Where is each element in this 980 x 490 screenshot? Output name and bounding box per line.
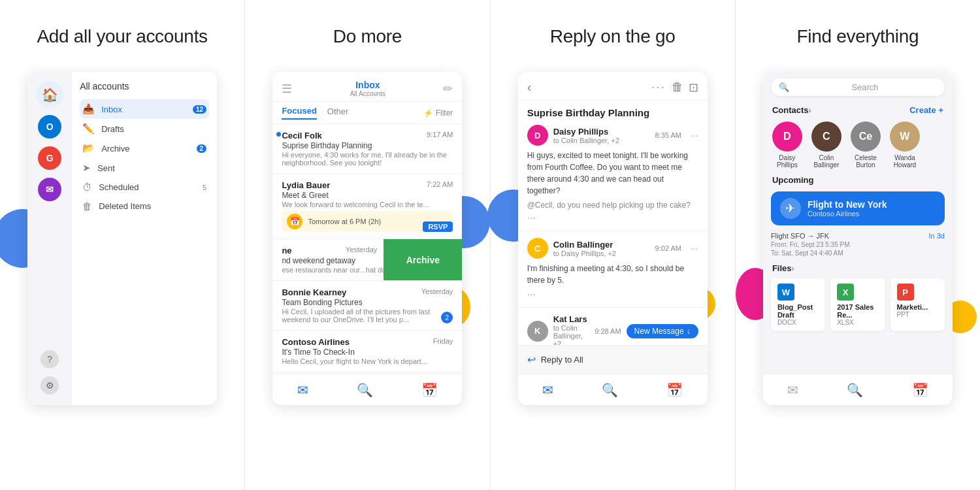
email-header: ☰ Inbox All Accounts ✏ [272,72,462,102]
rsvp-button[interactable]: RSVP [423,221,453,232]
sent-icon: ➤ [82,162,91,174]
files-label: Files [772,263,792,273]
unread-dot [276,132,281,137]
file-icon-0: W [777,284,794,301]
nav-label-archive: Archive [101,144,129,154]
nav-item-deleted[interactable]: 🗑 Deleted Items [80,197,209,216]
event-row: 📅 Tomorrow at 6 PM (2h) RSVP [282,211,453,232]
page-wrapper: Add all your accounts 🏠 O G ✉ ? ⚙ [0,0,980,490]
reply-bar[interactable]: ↩ Reply to All [518,345,708,374]
scheduled-icon: ⏱ [82,182,92,193]
nav-item-sent[interactable]: ➤ Sent [80,158,209,178]
files-chevron[interactable]: › [792,264,794,273]
search-nav-icon[interactable]: 🔍 [357,382,373,398]
nav-item-scheduled[interactable]: ⏱ Scheduled 5 [80,178,209,197]
file-card-2[interactable]: P Marketi... PPT [890,278,945,331]
archive-icon: 📂 [82,142,95,154]
flight-to: To: Sat, Sept 24 4:40 AM [763,250,953,261]
archive-badge: 2 [197,144,207,153]
sender-info-0: Daisy Phillips to Colin Ballinger, +2 [553,127,650,144]
sender-info-1: Colin Ballinger to Daisy Phillips, +2 [553,240,650,257]
back-icon[interactable]: ‹ [527,80,532,95]
section-title-1: Add all your accounts [37,26,207,47]
avatar-celeste-s4: Ce [851,122,881,152]
msg-time-1: 9:02 AM [655,244,681,252]
inbox-icon: 📥 [82,103,95,115]
section-title-2: Do more [333,26,402,47]
file-type-1: XLSX [837,319,878,326]
account-outlook[interactable]: O [38,115,61,139]
event-dot: 📅 [287,214,302,229]
mail-nav-icon[interactable]: ✉ [297,382,308,398]
sender-to-2: to Colin Ballinger, +2 [553,324,590,348]
search-bar[interactable]: 🔍 Search [771,78,945,96]
message-item-0: D Daisy Phillips to Colin Ballinger, +2 … [518,118,708,231]
email-subject-4: It's Time To Check-In [282,348,453,357]
account-google[interactable]: G [38,146,61,170]
create-button[interactable]: Create + [909,105,943,115]
more-icon[interactable]: ··· [651,82,666,93]
tab-other[interactable]: Other [327,106,349,119]
contact-1[interactable]: C ColinBallinger [811,122,841,169]
contacts-chevron[interactable]: › [809,106,811,115]
file-card-1[interactable]: X 2017 Sales Re... XLSX [830,278,885,331]
phone-mockup-1: 🏠 O G ✉ ? ⚙ All accounts 📥 Inbox [27,72,217,405]
email-item-2[interactable]: ne nd weekend getaway ese restaurants ne… [272,239,462,281]
ellipsis-0: ··· [527,212,698,224]
avatar-colin: C [527,238,548,259]
tab-focused[interactable]: Focused [282,106,316,120]
email-item-4[interactable]: Contoso Airlines It's Time To Check-In H… [272,331,462,372]
msg-body-0: Hi guys, excited to meet tonight. I'll b… [527,150,698,197]
sidebar-bottom-icons: ? ⚙ [27,350,72,395]
archive-header-icon[interactable]: ⊡ [689,80,698,95]
contact-name-3: WandaHoward [894,154,916,169]
contact-0[interactable]: D DaisyPhillips [772,122,802,169]
s4-cal-icon[interactable]: 📅 [912,382,928,398]
filter-button[interactable]: ⚡Filter [423,108,453,118]
archive-overlay[interactable]: Archive [384,239,462,280]
nav-item-inbox[interactable]: 📥 Inbox 12 [80,99,209,119]
sender-to-0: to Colin Ballinger, +2 [553,137,650,144]
nav-label-scheduled: Scheduled [99,182,139,192]
email-item-0[interactable]: Cecil Folk Suprise Birthday Planning Hi … [272,124,462,174]
settings-icon[interactable]: ⚙ [41,376,59,395]
search-input[interactable]: Search [793,82,937,92]
s3-mail-icon[interactable]: ✉ [542,382,553,398]
msg-more-1[interactable]: ··· [691,243,698,253]
contact-3[interactable]: W WandaHoward [890,122,920,169]
s3-cal-icon[interactable]: 📅 [666,382,683,398]
email-item-3[interactable]: Bonnie Kearney Team Bonding Pictures Hi … [272,281,462,331]
file-name-2: Marketi... [897,303,938,311]
inbox-badge: 12 [193,105,206,114]
sidebar: 🏠 O G ✉ ? ⚙ [27,72,72,405]
email-time-0: 9:17 AM [427,131,453,139]
flight-airline: Contoso Airlines [808,210,887,218]
s3-search-icon[interactable]: 🔍 [602,382,618,398]
file-type-2: PPT [897,311,938,318]
section-do-more: Do more ☰ Inbox All Accounts ✏ Focused [245,0,490,490]
account-mail[interactable]: ✉ [38,178,61,201]
header-center: Inbox All Accounts [350,80,385,97]
search-icon: 🔍 [779,82,789,92]
home-icon[interactable]: 🏠 [36,81,63,108]
in-days: In 3d [928,232,944,240]
file-card-0[interactable]: W Blog_Post Draft DOCX [771,278,825,331]
help-icon[interactable]: ? [41,350,59,368]
email-preview-4: Hello Cecil, your flight to New York is … [282,357,453,365]
avatar-kat: K [527,321,548,342]
s4-mail-icon[interactable]: ✉ [787,382,798,398]
menu-icon[interactable]: ☰ [282,82,292,96]
phone-mockup-2: ☰ Inbox All Accounts ✏ Focused Other ⚡Fi… [272,72,462,405]
delete-icon[interactable]: 🗑 [672,80,683,94]
file-icon-1: X [837,284,854,301]
calendar-nav-icon[interactable]: 📅 [421,382,438,398]
compose-icon[interactable]: ✏ [443,82,453,96]
avatar-wanda-s4: W [890,122,920,152]
nav-item-drafts[interactable]: ✏️ Drafts [80,119,209,139]
msg-more-0[interactable]: ··· [691,130,698,140]
reply-icon: ↩ [527,353,536,366]
s4-search-icon[interactable]: 🔍 [847,382,863,398]
nav-item-archive[interactable]: 📂 Archive 2 [80,139,209,158]
email-item-1[interactable]: Lydia Bauer Meet & Greet We look forward… [272,174,462,239]
contact-2[interactable]: Ce CelesteBurton [851,122,881,169]
